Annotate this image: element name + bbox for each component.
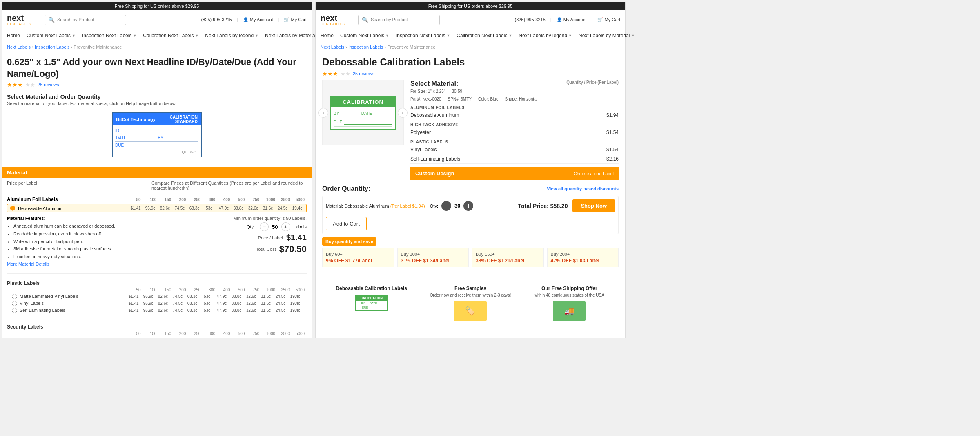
- qty-save-badge: Buy quantity and save: [322, 237, 376, 246]
- nav-calibration-left[interactable]: Calibration Next Labels ▼: [143, 29, 198, 42]
- order-row: Material: Debossable Aluminum (Per Label…: [322, 196, 619, 234]
- select-material-area: Select Material: Quantity / Price (Per L…: [410, 80, 619, 180]
- phone-left: (825) 995-3215: [201, 17, 232, 22]
- nav-home-right[interactable]: Home: [321, 29, 334, 42]
- nav-inspection-right[interactable]: Inspection Next Labels ▼: [396, 29, 450, 42]
- material-banner-left: Material: [2, 167, 312, 178]
- debossable-alu-right[interactable]: Debossable Aluminum $1.94: [410, 111, 619, 120]
- matte-vinyl-option[interactable]: Matte Laminated Vinyl Labels $1.41 96.9c…: [7, 293, 307, 300]
- security-section-title-left: Security Labels: [2, 321, 312, 331]
- price-header-left: Price per Label Compare Prices at Differ…: [2, 178, 312, 193]
- nav-material-right[interactable]: Next Labels by Material ▼: [579, 29, 635, 42]
- nav-right: Home Custom Next Labels ▼ Inspection Nex…: [316, 29, 625, 42]
- search-box-left[interactable]: 🔍: [45, 15, 126, 25]
- custom-design-bar[interactable]: Custom Design Choose a one Label: [410, 167, 619, 180]
- self-lam-right[interactable]: Self-Laminating Labels $2.16: [410, 154, 619, 164]
- stars-left: ★★★: [7, 81, 23, 88]
- search-icon-left: 🔍: [48, 17, 55, 23]
- logo-right[interactable]: next GEN LABELS: [321, 13, 353, 26]
- tier-60: Buy 60+ 9% OFF $1.77/Label: [322, 248, 394, 267]
- product-area-right: ‹ CALIBRATION BY DATE DUE: [316, 80, 625, 180]
- tier-200: Buy 200+ 47% OFF $1.03/Label: [547, 248, 619, 267]
- vinyl-option[interactable]: Vinyl Labels $1.41 96.9c 82.6c 74.5c 68.…: [7, 300, 307, 307]
- nav-home-left[interactable]: Home: [7, 29, 20, 42]
- stars-right: ★★★: [322, 70, 338, 77]
- phone-right: (825) 995-3215: [515, 17, 546, 22]
- header-right-panel: next GEN LABELS 🔍 (825) 995-3215 | 👤 My …: [316, 10, 625, 29]
- search-box-right[interactable]: 🔍: [358, 15, 440, 25]
- breadcrumb-left: Next Labels › Inspection Labels › Preven…: [2, 42, 312, 52]
- vinyl-right[interactable]: Vinyl Labels $1.54: [410, 145, 619, 154]
- bottom-card-shipping: Our Free Shipping Offer within 48 contig…: [520, 282, 619, 324]
- select-material-sub-left: Select a material for your label. For ma…: [2, 101, 312, 109]
- search-input-right[interactable]: [371, 17, 436, 22]
- bottom-card-samples: Free Samples Order now and receive them …: [421, 282, 520, 324]
- account-link-right[interactable]: 👤 My Account: [557, 17, 587, 22]
- nav-custom-left[interactable]: Custom Next Labels ▼: [27, 29, 76, 42]
- top-bar-left: Free Shipping for US orders above $29.95: [2, 2, 312, 10]
- nav-legend-left[interactable]: Next Labels by legend ▼: [205, 29, 258, 42]
- qty-decrease-right[interactable]: −: [441, 201, 451, 211]
- nav-legend-right[interactable]: Next Labels by legend ▼: [519, 29, 572, 42]
- account-link-left[interactable]: 👤 My Account: [243, 17, 273, 22]
- qty-section-left: Minimum order quantity is 50 Labels. Qty…: [233, 216, 307, 266]
- review-link-right[interactable]: 25 reviews: [353, 71, 374, 76]
- carousel-prev[interactable]: ‹: [318, 108, 328, 118]
- product-title-right: Debossable Calibration Labels: [316, 52, 625, 70]
- select-material-title-left: Select Material and Order Quantity: [2, 91, 312, 101]
- qty-increase-left[interactable]: +: [281, 222, 290, 231]
- nav-left: Home Custom Next Labels ▼ Inspection Nex…: [2, 29, 312, 42]
- more-details-link-left[interactable]: More Material Details: [7, 262, 49, 266]
- header-left: next GEN LABELS 🔍 (825) 995-3215 | 👤 My …: [2, 10, 312, 29]
- logo-left[interactable]: next GEN LABELS: [7, 13, 40, 26]
- cart-link-right[interactable]: 🛒 My Cart: [597, 17, 620, 22]
- radio-selected: 🟠: [10, 206, 16, 211]
- shop-now-button[interactable]: Shop Now: [572, 199, 615, 212]
- cal-label-img: CALIBRATION BY DATE DUE: [330, 96, 396, 130]
- label-preview-left: BitCot Technology CALIBRATIONSTANDARD ID…: [112, 112, 202, 157]
- qty-decrease-left[interactable]: −: [260, 222, 269, 231]
- plastic-category: PLASTIC LABELS: [410, 137, 619, 145]
- mat-info-area: For Size: 1" x 2.25" 30-59: [410, 87, 619, 95]
- order-qty-title: Order Quantity:: [322, 185, 370, 192]
- self-lam-option[interactable]: Self-Laminating Labels $1.41 96.9c 82.6c…: [7, 307, 307, 314]
- qty-value-left: 50: [272, 224, 278, 230]
- carousel-next[interactable]: ›: [398, 108, 408, 118]
- header-right-right: (825) 995-3215 | 👤 My Account | 🛒 My Car…: [515, 17, 620, 22]
- tier-100: Buy 100+ 31% OFF $1.34/Label: [397, 248, 469, 267]
- discount-tiers: Buy 60+ 9% OFF $1.77/Label Buy 100+ 31% …: [322, 248, 619, 267]
- search-input-left[interactable]: [57, 17, 122, 22]
- review-link-left[interactable]: 25 reviews: [38, 82, 59, 87]
- select-material-heading: Select Material:: [410, 80, 458, 87]
- qty-value-right: 30: [454, 203, 460, 209]
- features-left: Material Features: Annealed aluminum can…: [7, 216, 227, 266]
- nav-material-left[interactable]: Next Labels by Material ▼: [265, 29, 321, 42]
- aluminum-section-left: Aluminum Foil Labels 50 100 150 200 250 …: [2, 193, 312, 270]
- cart-link-left[interactable]: 🛒 My Cart: [284, 17, 307, 22]
- header-right-left: (825) 995-3215 | 👤 My Account | 🛒 My Car…: [201, 17, 307, 22]
- qty-increase-right[interactable]: +: [463, 201, 473, 211]
- add-to-cart-button[interactable]: Add to Cart: [326, 217, 367, 230]
- bottom-card-labels: Debossable Calibration Labels CALIBRATIO…: [322, 282, 421, 324]
- left-panel: Free Shipping for US orders above $29.95…: [2, 2, 312, 338]
- nav-inspection-left[interactable]: Inspection Next Labels ▼: [82, 29, 136, 42]
- right-panel: Free Shipping for US orders above $29.95…: [315, 2, 626, 338]
- shipping-notice-left: Free Shipping for US orders above $29.95: [115, 4, 199, 9]
- total-price-right: Total Price: $58.20: [518, 203, 568, 209]
- rating-right: ★★★ ★★ 25 reviews: [316, 70, 625, 80]
- rating-left: ★★★ ★★ 25 reviews: [2, 81, 312, 91]
- order-qty-section: Order Quantity: View all quantity based …: [316, 180, 625, 277]
- view-discounts-link[interactable]: View all quantity based discounts: [547, 186, 619, 191]
- nav-calibration-right[interactable]: Calibration Next Labels ▼: [457, 29, 512, 42]
- product-title-left: 0.625" x 1.5" Add your own Next Headline…: [2, 52, 312, 81]
- debossable-aluminum-option[interactable]: 🟠 Debossable Aluminum $1.41 96.9c 82.6c …: [7, 204, 307, 212]
- product-image-area: ‹ CALIBRATION BY DATE DUE: [322, 80, 404, 180]
- search-icon-right: 🔍: [362, 17, 368, 23]
- shipping-notice-right: Free Shipping for US orders above $29.95: [428, 4, 513, 9]
- tier-150: Buy 150+ 38% OFF $1.21/Label: [472, 248, 544, 267]
- nav-custom-right[interactable]: Custom Next Labels ▼: [340, 29, 389, 42]
- polyester-right[interactable]: Polyester $1.54: [410, 128, 619, 137]
- top-bar-right: Free Shipping for US orders above $29.95: [316, 2, 625, 10]
- plastic-section-title-left: Plastic Labels: [2, 277, 312, 288]
- breadcrumb-right: Next Labels › Inspection Labels › Preven…: [316, 42, 625, 52]
